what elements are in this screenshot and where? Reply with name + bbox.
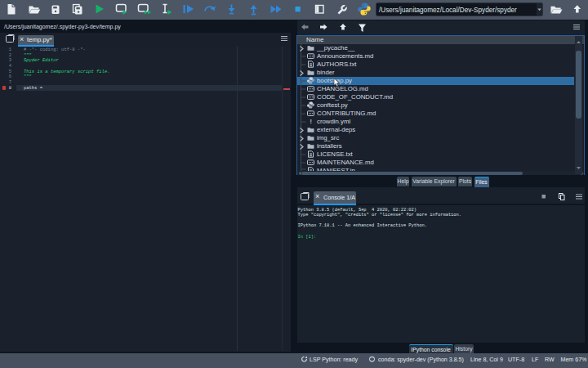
- svg-text:!: !: [310, 118, 311, 125]
- svg-text:/Users/juanitagomez/Local/Dev-: /Users/juanitagomez/Local/Dev-Spyder/spy…: [379, 7, 517, 14]
